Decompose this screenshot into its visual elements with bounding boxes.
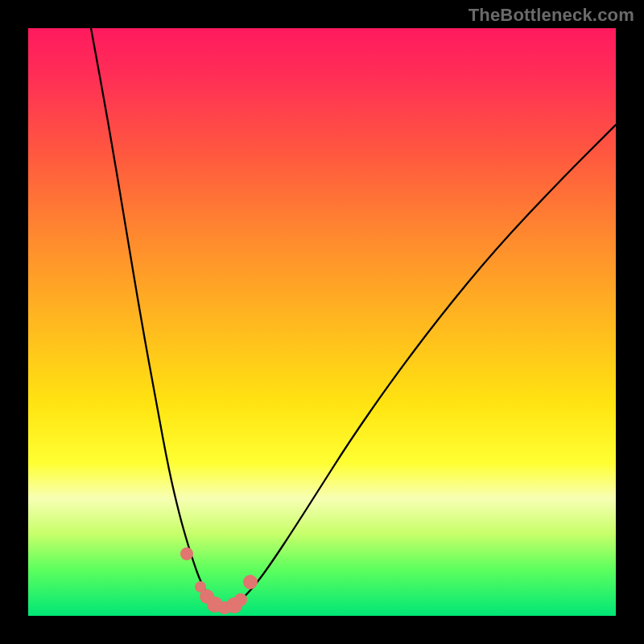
data-marker (243, 575, 258, 589)
watermark-text: TheBottleneck.com (469, 5, 634, 26)
chart-stage: TheBottleneck.com (0, 0, 644, 644)
curve-layer (28, 28, 616, 616)
plot-area (28, 28, 616, 616)
bottleneck-curve (91, 28, 616, 609)
data-marker (234, 593, 247, 606)
data-marker (180, 547, 193, 560)
marker-layer (180, 547, 258, 614)
